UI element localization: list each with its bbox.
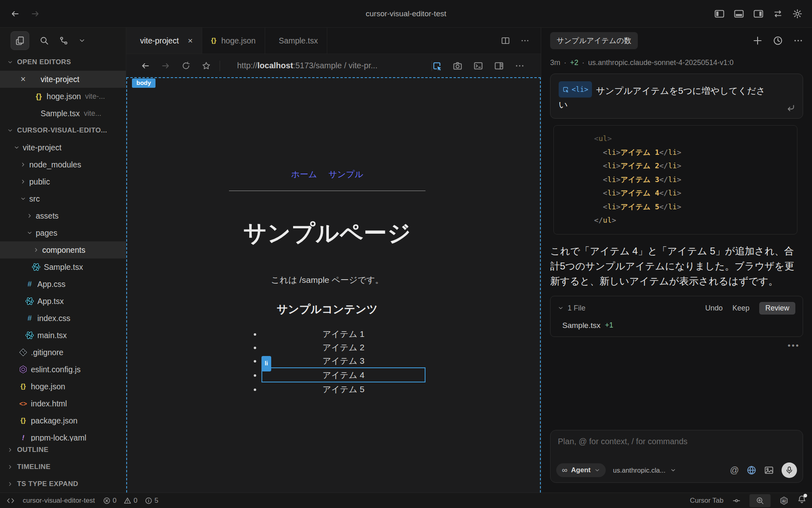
timeline-section-header[interactable]: TIMELINE: [0, 458, 126, 475]
tree-item-components[interactable]: components: [0, 241, 126, 258]
tree-item-sample-tsx[interactable]: Sample.tsx: [0, 258, 126, 276]
notifications-bell[interactable]: [797, 495, 806, 506]
toggle-left-panel-icon[interactable]: [715, 9, 724, 19]
remote-window-icon[interactable]: [6, 497, 15, 505]
tree-item-gitignore[interactable]: .gitignore: [0, 344, 126, 361]
devtools-panel-icon[interactable]: [494, 61, 504, 71]
chat-input[interactable]: [558, 437, 795, 446]
keep-button[interactable]: Keep: [732, 304, 749, 313]
open-editor-vite-project[interactable]: ×vite-project: [0, 71, 126, 88]
chat-header: サンプルアイテムの数: [550, 28, 803, 54]
tree-item-app-tsx[interactable]: App.tsx: [0, 293, 126, 310]
url-bar[interactable]: http://localhost:5173/sample / vite-pr..…: [220, 61, 432, 70]
chat-title-tab[interactable]: サンプルアイテムの数: [550, 32, 638, 49]
toggle-right-panel-icon[interactable]: [754, 9, 763, 19]
changed-file-row[interactable]: Sample.tsx +1: [558, 321, 795, 330]
open-editors-header[interactable]: OPEN EDITORS: [0, 54, 126, 71]
tree-item-label: package.json: [31, 416, 78, 426]
preview-nav-link-1[interactable]: ホーム: [291, 169, 317, 180]
history-forward-icon[interactable]: [31, 9, 40, 18]
toggle-bottom-panel-icon[interactable]: [734, 9, 744, 19]
message-options-dots[interactable]: •••: [788, 341, 800, 350]
restore-checkpoint-icon[interactable]: [786, 104, 795, 113]
browser-preview[interactable]: body ホームサンプル サンプルページ これは /sample ページです。 …: [126, 77, 541, 493]
tree-item-package-json[interactable]: {}package.json: [0, 412, 126, 429]
element-tag-chip: <li>: [559, 81, 592, 98]
chevron-down-icon[interactable]: [558, 305, 564, 311]
tree-item-assets[interactable]: assets: [0, 207, 126, 224]
swap-layout-icon[interactable]: [773, 9, 783, 19]
tab-sample-tsx[interactable]: Sample.tsx: [265, 28, 327, 54]
microphone-button[interactable]: [782, 462, 797, 478]
preview-list-item-3[interactable]: アイテム 3: [261, 354, 425, 367]
mention-at-icon[interactable]: @: [730, 466, 739, 475]
agent-mode-selector[interactable]: ∞ Agent: [556, 463, 606, 477]
ts-type-expand-section-header[interactable]: TS TYPE EXPAND: [0, 475, 126, 493]
tree-item-pages[interactable]: pages: [0, 224, 126, 241]
open-editor-hoge-json[interactable]: {}hoge.jsonvite-...: [0, 88, 126, 105]
tab-label: hoge.json: [221, 36, 256, 46]
git-icon: [19, 348, 28, 357]
new-chat-plus-icon[interactable]: [753, 36, 762, 46]
tree-item-vite-project[interactable]: vite-project: [0, 139, 126, 156]
more-actions-icon[interactable]: [520, 36, 529, 45]
user-message-bubble[interactable]: <li>サンプルアイテムを5つに増やしてください: [550, 74, 803, 119]
problems-indicator[interactable]: 0 0 5: [103, 497, 158, 505]
zoom-button[interactable]: [749, 494, 771, 507]
tree-item-eslint-config-js[interactable]: eslint.config.js: [0, 361, 126, 378]
source-control-icon[interactable]: [59, 36, 68, 45]
console-terminal-icon[interactable]: [473, 61, 483, 71]
tree-item-main-tsx[interactable]: main.tsx: [0, 327, 126, 344]
web-globe-icon[interactable]: [747, 465, 756, 475]
react-icon: [25, 331, 34, 340]
close-icon[interactable]: ×: [188, 36, 192, 46]
browser-back-icon[interactable]: [141, 61, 150, 70]
screenshot-camera-icon[interactable]: [453, 61, 462, 71]
tree-item-node-modules[interactable]: node_modules: [0, 156, 126, 173]
tree-item-app-css[interactable]: #App.css: [0, 276, 126, 293]
bookmark-star-icon[interactable]: [202, 61, 211, 70]
open-editor-sample-tsx[interactable]: Sample.tsxvite...: [0, 105, 126, 122]
attach-image-icon[interactable]: [764, 465, 774, 475]
slider-toggle-icon[interactable]: [732, 497, 741, 505]
tree-item-index-html[interactable]: <>index.html: [0, 395, 126, 412]
chat-history-clock-icon[interactable]: [773, 36, 783, 46]
cursor-tab-toggle[interactable]: Cursor Tab: [690, 497, 723, 505]
inspect-element-icon[interactable]: [432, 61, 442, 71]
open-editor-label: hoge.json: [47, 92, 81, 101]
tree-item-pnpm-lock-yaml[interactable]: !pnpm-lock.yaml: [0, 429, 126, 441]
undo-button[interactable]: Undo: [705, 304, 723, 313]
preview-list-item-4[interactable]: liアイテム 4: [261, 367, 425, 382]
settings-gear-icon[interactable]: [793, 9, 802, 19]
close-icon[interactable]: ×: [18, 74, 28, 85]
preview-list-item-5[interactable]: アイテム 5: [261, 382, 425, 396]
project-section-header[interactable]: CURSOR-VISUAL-EDITO...: [0, 122, 126, 139]
preview-list-item-2[interactable]: アイテム 2: [261, 341, 425, 354]
outline-section-header[interactable]: OUTLINE: [0, 441, 126, 458]
tree-item-public[interactable]: public: [0, 173, 126, 190]
more-views-chevron-icon[interactable]: [79, 37, 85, 44]
history-back-icon[interactable]: [11, 9, 19, 18]
preview-list-item-1[interactable]: アイテム 1: [261, 327, 425, 341]
browser-reload-icon[interactable]: [181, 61, 190, 70]
split-editor-icon[interactable]: [501, 36, 510, 45]
browser-forward-icon[interactable]: [161, 61, 170, 70]
explorer-view-button[interactable]: [11, 31, 29, 50]
review-button[interactable]: Review: [759, 302, 795, 315]
tree-item-index-css[interactable]: #index.css: [0, 310, 126, 327]
tab-vite-project[interactable]: vite-project×: [126, 28, 202, 54]
braces-icon: {}: [19, 417, 28, 425]
statusbar-project-name[interactable]: cursor-visual-editor-test: [23, 497, 95, 505]
tree-item-hoge-json[interactable]: {}hoge.json: [0, 378, 126, 395]
hexagon-badge-icon[interactable]: 4c: [780, 496, 788, 505]
browser-more-icon[interactable]: [515, 61, 525, 71]
search-icon[interactable]: [40, 36, 49, 45]
chat-more-icon[interactable]: [793, 36, 803, 46]
model-selector[interactable]: us.anthropic.cla...: [613, 467, 676, 474]
cursor-window: cursor-visual-editor-test OPEN EDITORS ×…: [0, 0, 812, 508]
preview-nav-link-2[interactable]: サンプル: [328, 169, 363, 180]
tab-hoge-json[interactable]: {}hoge.json: [202, 28, 265, 54]
tree-item-src[interactable]: src: [0, 190, 126, 207]
preview-item-text: アイテム 5: [322, 384, 364, 394]
tree-item-label: hoge.json: [31, 382, 65, 391]
